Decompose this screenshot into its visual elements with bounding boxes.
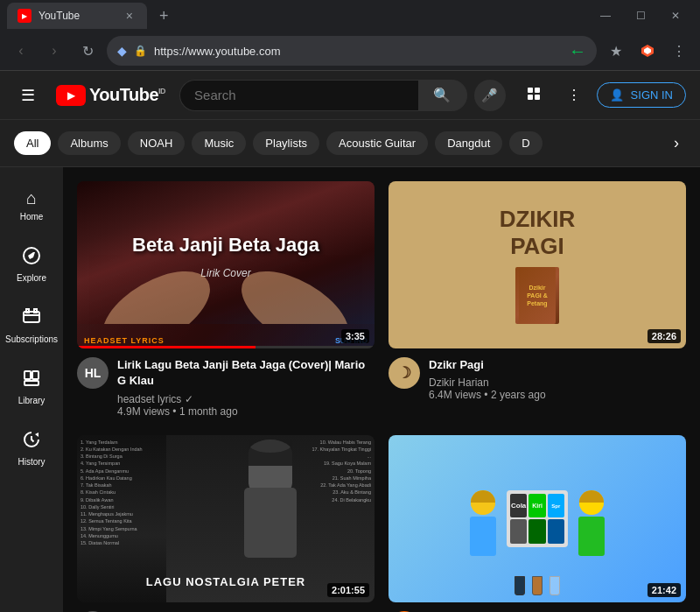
channel-name-1[interactable]: headset lyrics [117,393,181,405]
tab-close-button[interactable]: × [122,7,136,25]
progress-fill-1 [77,346,256,348]
channel-avatar-2[interactable]: ☽ [388,357,420,389]
video-card-3[interactable]: 10. Walau Habis Terang17. Khayalan Tingk… [77,435,374,612]
video-card-1[interactable]: Headset Lyrics Beta Janji Beta Jaga Liri… [77,181,374,421]
forward-icon: › [52,43,56,59]
thumb-book-2: DzikirPAGI &Petang [515,267,559,324]
channel-avatar-1[interactable]: HL [77,357,108,389]
search-input[interactable] [179,80,418,111]
browser-chrome: YouTube × + — ☐ ✕ ‹ › ↻ ◆ 🔒 https://www.… [0,0,700,71]
chip-all[interactable]: All [14,131,51,155]
progress-bar-1 [77,346,374,348]
window-controls: — ☐ ✕ [588,3,693,29]
back-button[interactable]: ‹ [7,37,35,65]
svg-rect-3 [535,88,540,93]
video-card-4[interactable]: Cola Kiri Spr [388,435,686,612]
youtube-logo-icon [56,85,86,106]
search-submit-button[interactable]: 🔍 [418,80,467,111]
song-list-left-3: 1. Yang Terdalam2. Ku Katakan Dengan Ind… [80,439,143,547]
shield-icon: ◆ [117,44,127,58]
video-thumbnail-1[interactable]: Headset Lyrics Beta Janji Beta Jaga Liri… [77,181,374,348]
sidebar-item-library[interactable]: Library [4,358,60,416]
chip-noah[interactable]: NOAH [128,131,186,155]
header-actions: ⋮ 👤 SIGN IN [520,80,686,111]
more-options-icon[interactable]: ⋮ [558,80,590,111]
chip-dangdut[interactable]: Dangdut [435,131,502,155]
youtube-header: ☰ YouTubeID 🔍 🎤 [0,71,700,120]
duration-1: 3:35 [341,329,369,343]
video-title-1: Lirik Lagu Beta Janji Beta Jaga (Cover)|… [117,357,374,389]
video-thumbnail-3[interactable]: 10. Walau Habis Terang17. Khayalan Tingk… [77,435,374,602]
sidebar-item-subscriptions[interactable]: Subscriptions [4,297,60,355]
browser-tab[interactable]: YouTube × [7,3,147,29]
main-layout: ⌂ Home Explore [0,167,700,612]
library-icon [22,369,41,392]
brave-icon[interactable] [634,37,662,65]
kid-figure-1 [470,490,496,556]
channel-tag-1: HEADSET LYRICS [84,336,164,345]
kid-figure-2 [578,490,605,556]
video-card-2[interactable]: DZIKIRPAGI DzikirPAGI &Petang 28:26 ☽ Dz… [388,181,686,421]
menu-button[interactable]: ☰ [14,79,42,112]
sidebar-label-library: Library [18,396,46,405]
browser-toolbar: ‹ › ↻ ◆ 🔒 https://www.youtube.com ← ★ ⋮ [0,32,700,70]
minimize-button[interactable]: — [588,3,623,29]
url-text: https://www.youtube.com [154,45,562,58]
song-list-3: 10. Walau Habis Terang17. Khayalan Tingk… [312,439,371,503]
svg-rect-10 [24,371,31,379]
close-button[interactable]: ✕ [658,3,693,29]
sign-in-button[interactable]: 👤 SIGN IN [597,82,686,108]
chip-acoustic-guitar[interactable]: Acoustic Guitar [326,131,428,155]
new-tab-button[interactable]: + [152,4,176,29]
refresh-icon: ↻ [82,43,94,60]
video-meta-2: Dzikr Pagi Dzikir Harian 6.4M views • 2 … [429,357,686,401]
svg-point-13 [90,256,223,324]
sidebar-item-history[interactable]: History [4,419,60,477]
user-icon: 👤 [610,88,624,102]
chip-albums[interactable]: Albums [58,131,120,155]
history-icon [22,430,41,454]
duration-3: 2:01:55 [327,583,369,597]
video-info-1: HL Lirik Lagu Beta Janji Beta Jaga (Cove… [77,348,374,420]
microphone-icon: 🎤 [481,88,498,103]
sidebar-label-explore: Explore [17,273,46,283]
sidebar-label-home: Home [20,212,44,222]
toolbar-actions: ★ ⋮ [602,37,693,65]
grid-icon[interactable] [520,80,551,111]
sidebar-item-home[interactable]: ⌂ Home [4,178,60,232]
menu-icon[interactable]: ⋮ [665,37,693,65]
video-info-3: M LAGU NOSTALGIA PETER Musik Indonesia 2… [77,602,374,612]
refresh-button[interactable]: ↻ [74,37,102,65]
browser-titlebar: YouTube × + — ☐ ✕ [0,0,700,32]
chip-music[interactable]: Music [192,131,246,155]
sign-in-label: SIGN IN [631,88,673,102]
voice-search-button[interactable]: 🎤 [474,80,506,111]
youtube-app: ☰ YouTubeID 🔍 🎤 [0,71,700,612]
address-bar[interactable]: ◆ 🔒 https://www.youtube.com ← [107,36,597,66]
youtube-logo[interactable]: YouTubeID [56,85,165,106]
chip-playlists[interactable]: Playlists [253,131,319,155]
filter-chips: All Albums NOAH Music Playlists Acoustic… [0,120,700,167]
svg-point-14 [228,256,361,324]
back-icon: ‹ [18,43,23,59]
video-title-2: Dzikr Pagi [429,357,686,373]
svg-rect-5 [535,95,540,100]
forward-button[interactable]: › [40,37,68,65]
duration-2: 28:26 [648,329,681,343]
video-grid: Headset Lyrics Beta Janji Beta Jaga Liri… [77,181,686,612]
video-meta-1: Lirik Lagu Beta Janji Beta Jaga (Cover)|… [117,357,374,417]
video-stats-1: 4.9M views • 1 month ago [117,405,374,418]
chips-scroll-right[interactable]: › [667,130,686,156]
explore-icon [22,246,41,270]
drink-machine: Cola Kiri Spr [507,490,568,547]
bookmark-icon[interactable]: ★ [602,37,630,65]
chip-d[interactable]: D [509,131,542,155]
channel-name-2[interactable]: Dzikir Harian [429,376,489,389]
video-thumbnail-4[interactable]: Cola Kiri Spr [388,435,686,602]
sidebar: ⌂ Home Explore [0,167,63,612]
sidebar-item-explore[interactable]: Explore [4,236,60,293]
sidebar-label-subscriptions: Subscriptions [5,334,58,344]
maximize-button[interactable]: ☐ [623,3,658,29]
video-thumbnail-2[interactable]: DZIKIRPAGI DzikirPAGI &Petang 28:26 [388,181,686,348]
arrow-icon: ← [569,41,586,61]
